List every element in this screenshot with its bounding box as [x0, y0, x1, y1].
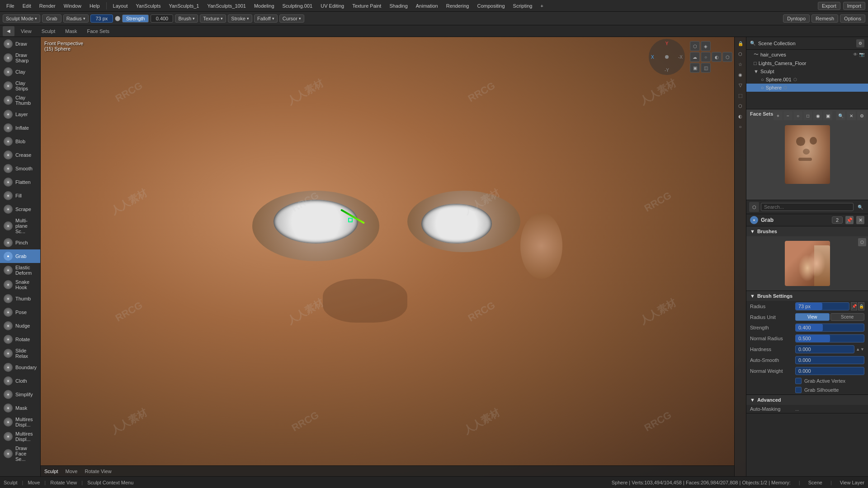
brush-inflate[interactable]: ● Inflate [0, 121, 40, 135]
brush-cloth[interactable]: ● Cloth [0, 374, 40, 388]
falloff-dropdown[interactable]: Falloff [254, 14, 278, 23]
fs-btn6[interactable]: ▣ [823, 111, 832, 120]
menu-window[interactable]: Window [60, 2, 85, 9]
menu-import[interactable]: Import [843, 2, 865, 10]
menu-layout[interactable]: Layout [109, 2, 132, 9]
brush-rotate[interactable]: ● Rotate [0, 333, 40, 346]
menu-compositing[interactable]: Compositing [473, 2, 508, 9]
viewport-icon-4[interactable]: ▽ [736, 80, 745, 89]
menu-render[interactable]: Render [36, 2, 59, 9]
outliner-lights[interactable]: □ Lights_Camera_Floor [746, 59, 868, 67]
ortho-toggle[interactable]: ◈ [701, 41, 711, 51]
overlay-btn[interactable]: ▣ [690, 63, 700, 73]
scene-lock-icon[interactable]: 🔒 [736, 39, 745, 48]
eye-icon[interactable]: 👁 [853, 52, 858, 57]
face-sets-filter[interactable]: 🔍 [836, 111, 845, 120]
viewport-icon-7[interactable]: ◐ [736, 112, 745, 121]
brush-layer[interactable]: ● Layer [0, 108, 40, 121]
filter-icon[interactable]: ⚙ [856, 39, 864, 47]
viewport-icon-3[interactable]: ◉ [736, 70, 745, 79]
cursor-dropdown[interactable]: Cursor [279, 14, 304, 23]
brush-search[interactable] [761, 203, 854, 211]
menu-file[interactable]: File [3, 2, 18, 9]
strength-btn[interactable]: Strength [122, 14, 149, 23]
radius-lock[interactable]: 🔒 [858, 302, 864, 310]
fs-btn5[interactable]: ◉ [813, 111, 822, 120]
sub-tab-mask[interactable]: Mask [61, 28, 80, 35]
viewport-icon-5[interactable]: ⬚ [736, 91, 745, 100]
brush-draw-sharp[interactable]: ● Draw Sharp [0, 51, 40, 65]
viewport-icon-2[interactable]: ☆ [736, 60, 745, 69]
radius-input[interactable] [90, 14, 113, 23]
brush-blob[interactable]: ● Blob [0, 135, 40, 148]
viewport-icon-1[interactable]: ⬡ [736, 49, 745, 58]
face-sets-close[interactable]: ✕ [847, 111, 856, 120]
wireframe-mode[interactable]: ⬡ [722, 52, 732, 62]
brush-pinch[interactable]: ● Pinch [0, 236, 40, 249]
menu-edit[interactable]: Edit [19, 2, 35, 9]
menu-rendering[interactable]: Rendering [443, 2, 473, 9]
dyntopo-btn[interactable]: Dyntopo [783, 14, 810, 23]
viewport[interactable]: RRCG 人人素材 RRCG 人人素材 人人素材 RRCG 人人素材 RRCG … [41, 37, 746, 476]
menu-yansculpts-i[interactable]: YanSculpts_1 [165, 2, 203, 9]
fs-btn4[interactable]: □ [803, 111, 812, 120]
menu-texture-paint[interactable]: Texture Paint [349, 2, 385, 9]
brush-clay-thumb[interactable]: ● Clay Thumb [0, 93, 40, 108]
fs-btn2[interactable]: − [783, 111, 793, 120]
hardness-up[interactable]: ▲ [856, 347, 860, 352]
brush-flatten[interactable]: ● Flatten [0, 175, 40, 189]
brush-draw[interactable]: ● Draw [0, 37, 40, 51]
fs-btn1[interactable]: + [774, 111, 783, 120]
sub-tab-face-sets[interactable]: Face Sets [84, 28, 113, 35]
brush-thumb[interactable]: ● Thumb [0, 292, 40, 305]
rotate-label[interactable]: Rotate View [85, 469, 111, 474]
hardness-down[interactable]: ▼ [860, 347, 864, 352]
menu-uv-editing[interactable]: UV Editing [317, 2, 348, 9]
toggle-btn[interactable]: ◀ [3, 26, 14, 36]
brushes-section-header[interactable]: ▼ Brushes [746, 226, 868, 236]
viewport-icon-8[interactable]: ○ [736, 122, 745, 131]
brush-boundary[interactable]: ● Boundary [0, 361, 40, 374]
material-mode[interactable]: ◐ [712, 52, 722, 62]
options-btn[interactable]: Options [840, 14, 865, 23]
brush-mask[interactable]: ● Mask [0, 401, 40, 415]
brush-elastic-deform[interactable]: ● Elastic Deform [0, 263, 40, 277]
brush-fill[interactable]: ● Fill [0, 189, 40, 202]
radius-dropdown[interactable]: Radius [63, 14, 89, 23]
normal-weight-bar[interactable]: 0.000 [795, 367, 864, 375]
strength-input[interactable] [151, 14, 173, 23]
menu-export[interactable]: Export [818, 2, 840, 10]
prop-icon-1[interactable]: ⬡ [749, 202, 759, 212]
stroke-dropdown[interactable]: Stroke [228, 14, 252, 23]
brush-smooth[interactable]: ● Smooth [0, 162, 40, 175]
hardness-bar[interactable]: 0.000 [795, 345, 854, 353]
texture-dropdown[interactable]: Texture [200, 14, 226, 23]
brush-grab[interactable]: ● Grab [0, 249, 40, 263]
brush-clay-strips[interactable]: ● Clay Strips [0, 79, 40, 93]
menu-sculpting[interactable]: Sculpting.001 [279, 2, 316, 9]
brush-simplify[interactable]: ● Simplify [0, 388, 40, 401]
perspective-toggle[interactable]: ⬡ [690, 41, 700, 51]
grab-silhouette-checkbox[interactable] [795, 387, 802, 393]
camera-icon[interactable]: 📷 [859, 52, 864, 57]
auto-smooth-bar[interactable]: 0.000 [795, 356, 864, 364]
fs-btn3[interactable]: ○ [793, 111, 802, 120]
grab-active-checkbox[interactable] [795, 378, 802, 384]
grab-pin-icon[interactable]: 📌 [845, 216, 854, 224]
grab-color-dot[interactable]: ● [750, 216, 758, 224]
brush-snake-hook[interactable]: ● Snake Hook [0, 277, 40, 292]
menu-shading[interactable]: Shading [386, 2, 411, 9]
menu-add[interactable]: + [537, 2, 547, 9]
brush-preview-expand[interactable]: ⬡ [858, 238, 866, 246]
move-label[interactable]: Move [66, 469, 78, 474]
radius-value-bar[interactable]: 73 px [795, 302, 849, 310]
brush-scrape[interactable]: ● Scrape [0, 202, 40, 216]
strength-value-bar[interactable]: 0.400 [795, 324, 864, 332]
outliner-hair-curves[interactable]: 〜 hair_curves 👁 📷 [746, 50, 868, 59]
brush-clay[interactable]: ● Clay [0, 65, 40, 79]
normal-radius-bar[interactable]: 0.500 [795, 334, 864, 343]
face-sets-options[interactable]: ⚙ [857, 111, 866, 120]
menu-help[interactable]: Help [86, 2, 104, 9]
menu-yansculpts-1001[interactable]: YanSculpts_1001 [203, 2, 249, 9]
brush-draw-face-sets[interactable]: ● Draw Face Se... [0, 444, 40, 464]
